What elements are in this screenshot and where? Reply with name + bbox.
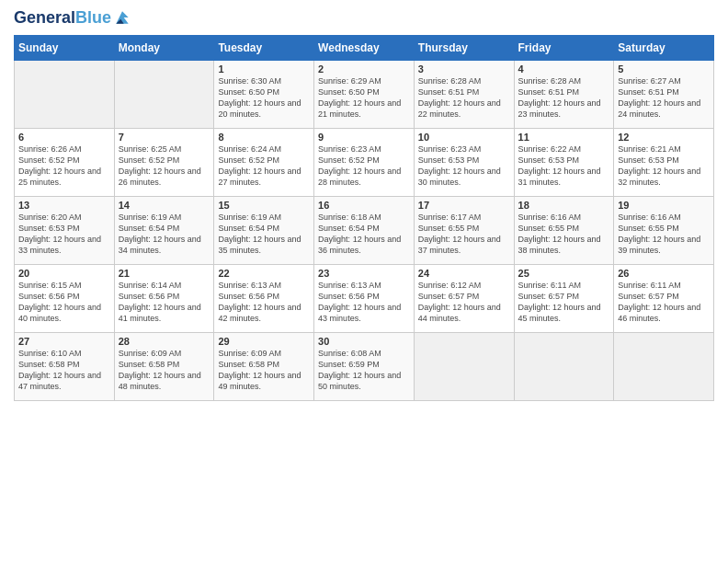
day-info: Sunrise: 6:19 AM Sunset: 6:54 PM Dayligh…: [119, 212, 210, 257]
day-info: Sunrise: 6:24 AM Sunset: 6:52 PM Dayligh…: [218, 144, 310, 189]
calendar-cell: 30 Sunrise: 6:08 AM Sunset: 6:59 PM Dayl…: [314, 332, 415, 400]
day-number: 1: [218, 63, 310, 75]
sunset-label: Sunset: 6:52 PM: [318, 155, 380, 165]
header: GeneralBlue: [14, 9, 714, 28]
calendar-cell: 14 Sunrise: 6:19 AM Sunset: 6:54 PM Dayl…: [114, 196, 214, 264]
daylight-label: Daylight: 12 hours and 48 minutes.: [119, 371, 201, 391]
daylight-label: Daylight: 12 hours and 26 minutes.: [119, 167, 201, 187]
calendar-cell: 10 Sunrise: 6:23 AM Sunset: 6:53 PM Dayl…: [414, 128, 514, 196]
sunset-label: Sunset: 6:52 PM: [18, 155, 80, 165]
sunset-label: Sunset: 6:55 PM: [518, 224, 580, 233]
logo: GeneralBlue: [14, 9, 131, 28]
daylight-label: Daylight: 12 hours and 49 minutes.: [218, 371, 301, 391]
sunset-label: Sunset: 6:57 PM: [618, 292, 679, 301]
daylight-label: Daylight: 12 hours and 23 minutes.: [518, 98, 601, 119]
daylight-label: Daylight: 12 hours and 45 minutes.: [518, 303, 601, 323]
day-info: Sunrise: 6:09 AM Sunset: 6:58 PM Dayligh…: [218, 348, 310, 393]
sunrise-label: Sunrise: 6:15 AM: [18, 281, 82, 290]
daylight-label: Daylight: 12 hours and 24 minutes.: [618, 98, 700, 119]
day-number: 29: [218, 336, 310, 347]
day-number: 25: [518, 268, 610, 279]
day-number: 11: [518, 132, 610, 143]
daylight-label: Daylight: 12 hours and 44 minutes.: [418, 303, 501, 323]
day-number: 17: [418, 200, 510, 211]
calendar-cell: 26 Sunrise: 6:11 AM Sunset: 6:57 PM Dayl…: [614, 264, 714, 332]
day-info: Sunrise: 6:28 AM Sunset: 6:51 PM Dayligh…: [418, 75, 510, 121]
calendar-cell: 27 Sunrise: 6:10 AM Sunset: 6:58 PM Dayl…: [15, 332, 115, 400]
day-number: 28: [119, 336, 210, 347]
sunset-label: Sunset: 6:52 PM: [119, 155, 180, 165]
sunrise-label: Sunrise: 6:09 AM: [218, 349, 281, 358]
calendar-cell: 28 Sunrise: 6:09 AM Sunset: 6:58 PM Dayl…: [114, 332, 214, 400]
calendar-body: 1 Sunrise: 6:30 AM Sunset: 6:50 PM Dayli…: [15, 60, 714, 400]
calendar-cell: 22 Sunrise: 6:13 AM Sunset: 6:56 PM Dayl…: [214, 264, 314, 332]
daylight-label: Daylight: 12 hours and 22 minutes.: [418, 98, 501, 119]
calendar-cell: 1 Sunrise: 6:30 AM Sunset: 6:50 PM Dayli…: [214, 60, 314, 128]
day-number: 13: [18, 200, 110, 211]
calendar-cell: 24 Sunrise: 6:12 AM Sunset: 6:57 PM Dayl…: [414, 264, 514, 332]
calendar-week-1: 1 Sunrise: 6:30 AM Sunset: 6:50 PM Dayli…: [15, 60, 714, 128]
daylight-label: Daylight: 12 hours and 50 minutes.: [318, 371, 401, 391]
sunrise-label: Sunrise: 6:17 AM: [418, 213, 482, 222]
daylight-label: Daylight: 12 hours and 33 minutes.: [18, 235, 101, 255]
daylight-label: Daylight: 12 hours and 36 minutes.: [318, 235, 401, 255]
sunrise-label: Sunrise: 6:19 AM: [218, 213, 281, 222]
day-number: 30: [318, 336, 410, 347]
calendar-cell: 18 Sunrise: 6:16 AM Sunset: 6:55 PM Dayl…: [514, 196, 614, 264]
daylight-label: Daylight: 12 hours and 41 minutes.: [119, 303, 201, 323]
day-number: 15: [218, 200, 310, 211]
daylight-label: Daylight: 12 hours and 39 minutes.: [618, 235, 700, 255]
sunset-label: Sunset: 6:50 PM: [218, 87, 279, 97]
calendar-cell: 29 Sunrise: 6:09 AM Sunset: 6:58 PM Dayl…: [214, 332, 314, 400]
sunrise-label: Sunrise: 6:09 AM: [119, 349, 182, 358]
day-info: Sunrise: 6:21 AM Sunset: 6:53 PM Dayligh…: [618, 144, 710, 189]
calendar-cell: 2 Sunrise: 6:29 AM Sunset: 6:50 PM Dayli…: [314, 60, 415, 128]
sunset-label: Sunset: 6:54 PM: [218, 224, 279, 233]
sunset-label: Sunset: 6:50 PM: [318, 87, 380, 97]
calendar-week-4: 20 Sunrise: 6:15 AM Sunset: 6:56 PM Dayl…: [15, 264, 714, 332]
day-number: 18: [518, 200, 610, 211]
day-number: 23: [318, 268, 410, 279]
day-number: 16: [318, 200, 410, 211]
daylight-label: Daylight: 12 hours and 43 minutes.: [318, 303, 401, 323]
day-info: Sunrise: 6:19 AM Sunset: 6:54 PM Dayligh…: [218, 212, 310, 257]
calendar-cell: [614, 332, 714, 400]
day-header-wednesday: Wednesday: [314, 35, 415, 60]
daylight-label: Daylight: 12 hours and 37 minutes.: [418, 235, 501, 255]
calendar-cell: 20 Sunrise: 6:15 AM Sunset: 6:56 PM Dayl…: [15, 264, 115, 332]
day-info: Sunrise: 6:16 AM Sunset: 6:55 PM Dayligh…: [518, 212, 610, 257]
sunset-label: Sunset: 6:53 PM: [618, 155, 679, 165]
day-number: 19: [618, 200, 710, 211]
day-info: Sunrise: 6:23 AM Sunset: 6:52 PM Dayligh…: [318, 144, 410, 189]
daylight-label: Daylight: 12 hours and 42 minutes.: [218, 303, 301, 323]
day-header-friday: Friday: [514, 35, 614, 60]
day-info: Sunrise: 6:11 AM Sunset: 6:57 PM Dayligh…: [618, 280, 710, 325]
logo-icon: [113, 8, 131, 27]
daylight-label: Daylight: 12 hours and 34 minutes.: [119, 235, 201, 255]
sunrise-label: Sunrise: 6:29 AM: [318, 76, 381, 86]
sunrise-label: Sunrise: 6:16 AM: [518, 213, 582, 222]
calendar-cell: [514, 332, 614, 400]
sunrise-label: Sunrise: 6:13 AM: [318, 281, 381, 290]
calendar-cell: 12 Sunrise: 6:21 AM Sunset: 6:53 PM Dayl…: [614, 128, 714, 196]
sunrise-label: Sunrise: 6:25 AM: [119, 144, 182, 154]
sunrise-label: Sunrise: 6:26 AM: [18, 144, 82, 154]
calendar-cell: [15, 60, 115, 128]
sunset-label: Sunset: 6:56 PM: [18, 292, 80, 301]
daylight-label: Daylight: 12 hours and 38 minutes.: [518, 235, 601, 255]
calendar-cell: 17 Sunrise: 6:17 AM Sunset: 6:55 PM Dayl…: [414, 196, 514, 264]
day-number: 4: [518, 63, 610, 75]
daylight-label: Daylight: 12 hours and 30 minutes.: [418, 167, 501, 187]
day-number: 10: [418, 132, 510, 143]
day-number: 20: [18, 268, 110, 279]
day-info: Sunrise: 6:29 AM Sunset: 6:50 PM Dayligh…: [318, 75, 410, 121]
sunrise-label: Sunrise: 6:16 AM: [618, 213, 681, 222]
sunrise-label: Sunrise: 6:14 AM: [119, 281, 182, 290]
calendar-cell: 4 Sunrise: 6:28 AM Sunset: 6:51 PM Dayli…: [514, 60, 614, 128]
day-number: 24: [418, 268, 510, 279]
sunrise-label: Sunrise: 6:12 AM: [418, 281, 482, 290]
calendar-week-5: 27 Sunrise: 6:10 AM Sunset: 6:58 PM Dayl…: [15, 332, 714, 400]
sunrise-label: Sunrise: 6:13 AM: [218, 281, 281, 290]
calendar-cell: [414, 332, 514, 400]
sunset-label: Sunset: 6:57 PM: [518, 292, 580, 301]
